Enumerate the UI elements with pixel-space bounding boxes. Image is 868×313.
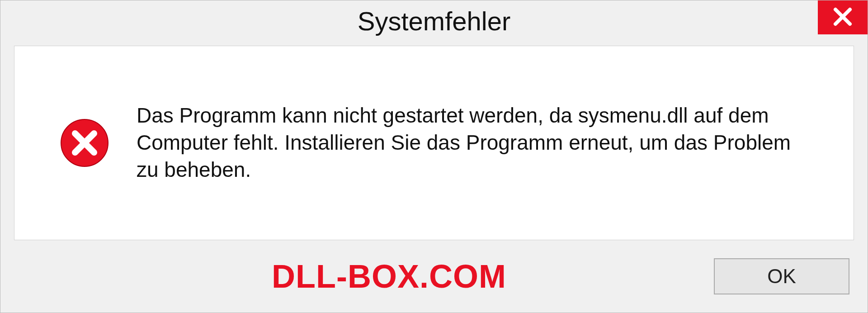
ok-button-label: OK bbox=[767, 265, 796, 288]
error-message: Das Programm kann nicht gestartet werden… bbox=[137, 102, 817, 183]
content-panel: Das Programm kann nicht gestartet werden… bbox=[14, 46, 854, 240]
close-icon bbox=[833, 7, 853, 28]
close-button[interactable] bbox=[818, 0, 868, 34]
ok-button[interactable]: OK bbox=[714, 258, 849, 294]
watermark-text: DLL-BOX.COM bbox=[272, 258, 506, 295]
dialog-footer: DLL-BOX.COM OK bbox=[0, 240, 868, 313]
titlebar: Systemfehler bbox=[0, 0, 868, 41]
dialog-title: Systemfehler bbox=[358, 6, 510, 36]
error-icon bbox=[60, 118, 109, 168]
error-dialog: Systemfehler Das Programm kann nicht ges… bbox=[0, 0, 868, 313]
